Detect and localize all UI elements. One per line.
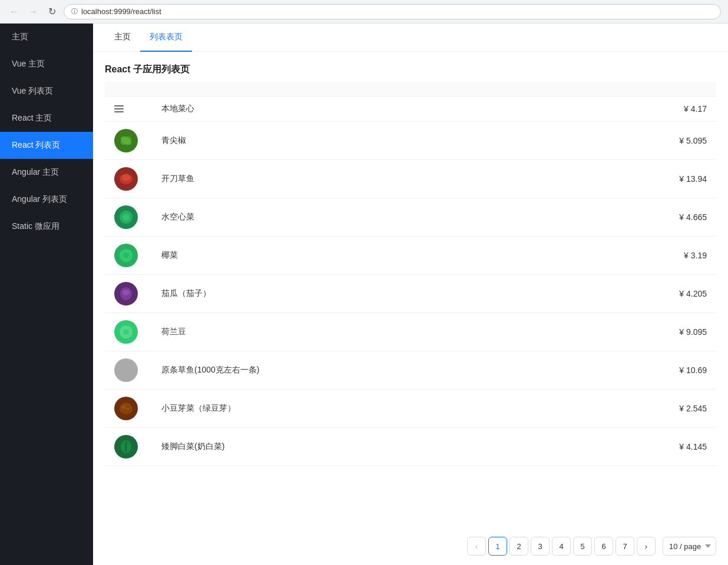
product-price: ¥ 9.095: [556, 313, 716, 351]
tab-home[interactable]: 主页: [105, 24, 140, 52]
prev-page-button[interactable]: ‹: [467, 537, 486, 556]
sidebar-item-react-list[interactable]: React 列表页: [0, 132, 93, 159]
svg-point-12: [120, 364, 133, 377]
table-row: 茄瓜（茄子）¥ 4.205: [105, 275, 716, 313]
product-price: ¥ 2.545: [556, 390, 716, 428]
svg-point-1: [119, 135, 133, 147]
table-container: 本地菜心¥ 4.17青尖椒¥ 5.095开刀草鱼¥ 13.94水空心菜¥ 4.6…: [93, 82, 728, 527]
table-row: 小豆芽菜（绿豆芽）¥ 2.545: [105, 390, 716, 428]
product-avatar: [114, 167, 138, 191]
page-size-select[interactable]: 10 / page 20 / page 50 / page: [663, 537, 716, 556]
table-header-row: [105, 82, 716, 97]
product-avatar: [114, 397, 138, 420]
page-btn-4[interactable]: 4: [552, 537, 571, 556]
product-price: ¥ 4.205: [556, 275, 716, 313]
product-price: ¥ 10.69: [556, 351, 716, 390]
tab-list[interactable]: 列表表页: [140, 24, 192, 52]
product-name: 本地菜心: [152, 97, 556, 122]
product-avatar-cell: [105, 428, 152, 466]
product-price: ¥ 13.94: [556, 160, 716, 198]
table-row: 矮脚白菜(奶白菜)¥ 4.145: [105, 428, 716, 466]
product-avatar-cell: [105, 275, 152, 313]
refresh-button[interactable]: ↻: [45, 5, 59, 19]
sidebar: 主页 Vue 主页 Vue 列表页 React 主页 React 列表页 Ang…: [0, 24, 93, 565]
product-name: 水空心菜: [152, 198, 556, 237]
svg-point-5: [123, 214, 130, 221]
product-name: 小豆芽菜（绿豆芽）: [152, 390, 556, 428]
product-name: 原条草鱼(1000克左右一条): [152, 351, 556, 390]
product-avatar-cell: [105, 97, 152, 122]
svg-point-14: [122, 406, 125, 409]
sidebar-item-angular-home[interactable]: Angular 主页: [0, 159, 93, 186]
product-avatar-cell: [105, 390, 152, 428]
menu-icon: [114, 105, 143, 112]
col-price: [556, 82, 716, 97]
product-name: 椰菜: [152, 237, 556, 275]
sidebar-item-home[interactable]: 主页: [0, 24, 93, 51]
svg-point-7: [123, 252, 129, 258]
product-name: 青尖椒: [152, 122, 556, 160]
svg-point-9: [123, 290, 130, 295]
svg-point-15: [127, 408, 129, 410]
sidebar-item-vue-list[interactable]: Vue 列表页: [0, 78, 93, 105]
product-avatar-cell: [105, 198, 152, 237]
table-row: 椰菜¥ 3.19: [105, 237, 716, 275]
sidebar-item-react-home[interactable]: React 主页: [0, 105, 93, 132]
table-row: 开刀草鱼¥ 13.94: [105, 160, 716, 198]
col-avatar: [105, 82, 152, 97]
product-avatar: [114, 129, 138, 152]
sidebar-item-static-micro[interactable]: Static 微应用: [0, 213, 93, 240]
product-name: 开刀草鱼: [152, 160, 556, 198]
product-price: ¥ 4.665: [556, 198, 716, 237]
page-btn-6[interactable]: 6: [594, 537, 613, 556]
product-avatar: [114, 358, 138, 382]
pagination-bar: ‹ 1 2 3 4 5 6 7 › 10 / page 20 / page 50…: [93, 527, 728, 565]
col-name: [152, 82, 556, 97]
forward-button[interactable]: →: [26, 5, 40, 19]
product-price: ¥ 5.095: [556, 122, 716, 160]
next-page-button[interactable]: ›: [637, 537, 656, 556]
page-btn-3[interactable]: 3: [531, 537, 550, 556]
table-row: 本地菜心¥ 4.17: [105, 97, 716, 122]
table-row: 原条草鱼(1000克左右一条)¥ 10.69: [105, 351, 716, 390]
table-row: 水空心菜¥ 4.665: [105, 198, 716, 237]
page-btn-7[interactable]: 7: [616, 537, 634, 556]
sidebar-item-angular-list[interactable]: Angular 列表页: [0, 186, 93, 213]
svg-point-3: [122, 175, 130, 181]
lock-icon: ⓘ: [71, 7, 78, 16]
product-name: 荷兰豆: [152, 313, 556, 351]
svg-point-13: [120, 403, 133, 414]
svg-point-11: [123, 329, 129, 335]
product-table: 本地菜心¥ 4.17青尖椒¥ 5.095开刀草鱼¥ 13.94水空心菜¥ 4.6…: [105, 82, 716, 466]
product-avatar: [114, 205, 138, 229]
product-price: ¥ 4.145: [556, 428, 716, 466]
app-container: 主页 Vue 主页 Vue 列表页 React 主页 React 列表页 Ang…: [0, 24, 728, 565]
product-price: ¥ 3.19: [556, 237, 716, 275]
product-avatar: [114, 244, 138, 267]
tabs-bar: 主页 列表表页: [93, 24, 728, 52]
url-text: localhost:9999/react/list: [81, 7, 161, 16]
product-avatar: [114, 435, 138, 458]
page-btn-5[interactable]: 5: [573, 537, 592, 556]
product-name: 茄瓜（茄子）: [152, 275, 556, 313]
table-row: 青尖椒¥ 5.095: [105, 122, 716, 160]
product-avatar-cell: [105, 237, 152, 275]
product-avatar: [114, 320, 138, 344]
product-avatar-cell: [105, 313, 152, 351]
product-name: 矮脚白菜(奶白菜): [152, 428, 556, 466]
page-title: React 子应用列表页: [93, 52, 728, 82]
product-avatar: [114, 282, 138, 305]
sidebar-item-vue-home[interactable]: Vue 主页: [0, 51, 93, 78]
main-content: 主页 列表表页 React 子应用列表页 本地菜心¥ 4.17青尖椒¥ 5.09…: [93, 24, 728, 565]
page-btn-1[interactable]: 1: [488, 537, 507, 556]
browser-chrome: ← → ↻ ⓘ localhost:9999/react/list: [0, 0, 728, 24]
table-row: 荷兰豆¥ 9.095: [105, 313, 716, 351]
product-avatar-cell: [105, 351, 152, 390]
page-btn-2[interactable]: 2: [509, 537, 528, 556]
address-bar[interactable]: ⓘ localhost:9999/react/list: [64, 4, 721, 19]
back-button[interactable]: ←: [7, 5, 21, 19]
product-price: ¥ 4.17: [556, 97, 716, 122]
product-avatar-cell: [105, 122, 152, 160]
product-avatar-cell: [105, 160, 152, 198]
